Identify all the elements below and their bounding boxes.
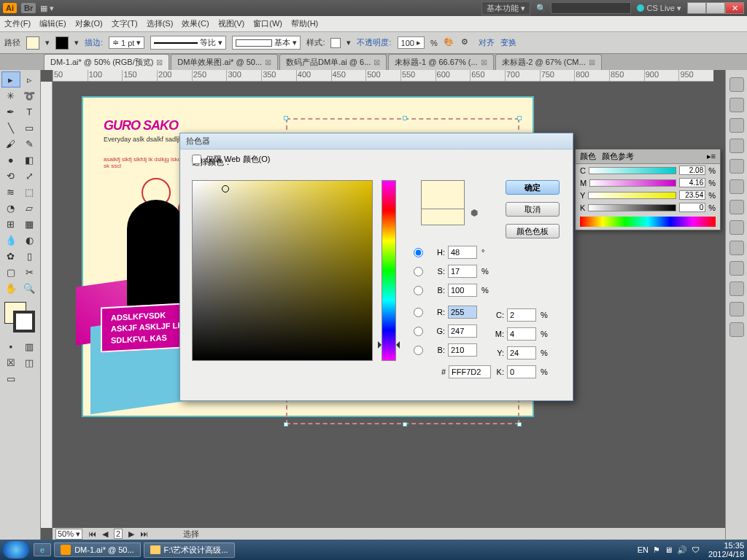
panel-icon[interactable] xyxy=(729,98,744,112)
document-tab[interactable]: 未标题-2 @ 67% (CM...⊠ xyxy=(495,54,602,70)
symbol-sprayer-tool[interactable]: ✿ xyxy=(1,248,20,264)
color-mode-icon[interactable]: ▪ xyxy=(1,338,20,354)
panel-icon[interactable] xyxy=(729,302,744,316)
stroke-dropdown-icon[interactable]: ▾ xyxy=(74,38,79,47)
eyedropper-tool[interactable]: 💧 xyxy=(1,232,20,248)
saturation-value-field[interactable] xyxy=(192,180,373,361)
black-input[interactable] xyxy=(507,365,536,378)
document-tab[interactable]: 数码产品DM单.ai @ 6...⊠ xyxy=(279,54,387,70)
cyan-slider[interactable] xyxy=(589,167,676,174)
menu-help[interactable]: 帮助(H) xyxy=(291,18,318,29)
brightness-radio[interactable] xyxy=(414,286,423,295)
cancel-button[interactable]: 取消 xyxy=(506,202,560,217)
cyan-value[interactable]: 2.08 xyxy=(679,166,705,175)
artboard-nav-last-icon[interactable]: ⏭ xyxy=(140,529,148,538)
tray-icon[interactable]: ⚑ xyxy=(653,545,660,555)
recolor-icon[interactable]: 🎨 xyxy=(444,37,455,49)
fill-swatch[interactable] xyxy=(26,36,39,50)
panel-menu-icon[interactable]: ▸≡ xyxy=(707,152,716,161)
brightness-input[interactable] xyxy=(448,284,477,297)
tray-icon[interactable]: 🖥 xyxy=(665,545,673,554)
blob-brush-tool[interactable]: ● xyxy=(1,152,20,168)
system-tray[interactable]: EN ⚑ 🖥 🔊 🛡 15:35 2012/4/18 xyxy=(638,541,744,559)
color-swatches-button[interactable]: 颜色色板 xyxy=(506,224,560,238)
width-tool[interactable]: ≋ xyxy=(1,184,20,200)
stroke-profile-combo[interactable]: 等比▾ xyxy=(150,36,226,50)
transform-link[interactable]: 变换 xyxy=(500,37,516,48)
tab-close-icon[interactable]: ⊠ xyxy=(374,58,380,67)
color-guide-tab[interactable]: 颜色参考 xyxy=(602,151,634,162)
style-swatch[interactable] xyxy=(330,38,341,48)
zoom-combo[interactable]: 50% ▾ xyxy=(55,529,82,540)
start-button[interactable] xyxy=(3,541,29,559)
cyan-input[interactable] xyxy=(507,308,536,322)
blue-radio[interactable] xyxy=(414,346,423,355)
graph-tool[interactable]: ▯ xyxy=(20,248,39,264)
panel-icon[interactable] xyxy=(729,261,744,276)
close-button[interactable]: ✕ xyxy=(725,2,744,14)
color-panel-tab[interactable]: 颜色 xyxy=(580,151,596,162)
red-radio[interactable] xyxy=(414,308,423,317)
align-link[interactable]: 对齐 xyxy=(479,37,495,48)
document-tab[interactable]: 未标题-1 @ 66.67% (...⊠ xyxy=(388,54,493,70)
stroke-weight-combo[interactable]: ≑1 pt▾ xyxy=(109,36,144,49)
panel-icon[interactable] xyxy=(729,322,744,337)
menu-type[interactable]: 文字(T) xyxy=(112,18,138,29)
opacity-label[interactable]: 不透明度: xyxy=(357,37,391,48)
type-tool[interactable]: T xyxy=(20,104,39,120)
menu-file[interactable]: 文件(F) xyxy=(4,18,31,29)
black-slider[interactable] xyxy=(588,204,676,211)
yellow-slider[interactable] xyxy=(588,192,676,199)
gradient-mode-icon[interactable]: ▥ xyxy=(20,338,39,354)
ok-button[interactable]: 确定 xyxy=(506,180,560,195)
tray-icon[interactable]: 🔊 xyxy=(677,545,687,555)
draw-mode-icon[interactable]: ◫ xyxy=(20,354,39,370)
panel-icon[interactable] xyxy=(729,281,744,296)
out-of-gamut-icon[interactable]: ⬢ xyxy=(471,208,478,218)
menu-window[interactable]: 窗口(W) xyxy=(253,18,282,29)
artboard-nav-next-icon[interactable]: ▶ xyxy=(128,529,134,539)
artboard-number[interactable]: 2 xyxy=(114,529,123,539)
layout-icon[interactable]: ▦ ▾ xyxy=(40,4,54,13)
yellow-input[interactable] xyxy=(507,346,536,359)
hue-radio[interactable] xyxy=(414,248,423,257)
cslive-button[interactable]: CS Live ▾ xyxy=(637,4,681,13)
red-input[interactable] xyxy=(448,306,477,319)
black-value[interactable]: 0 xyxy=(679,203,705,212)
paintbrush-tool[interactable]: 🖌 xyxy=(1,136,20,152)
color-cursor[interactable] xyxy=(222,185,229,192)
magenta-input[interactable] xyxy=(507,327,536,341)
artboard-tool[interactable]: ▢ xyxy=(1,264,20,280)
hue-input[interactable] xyxy=(448,246,477,259)
panel-icon[interactable] xyxy=(729,241,744,255)
web-only-checkbox[interactable] xyxy=(192,155,201,164)
pen-tool[interactable]: ✒ xyxy=(1,104,20,120)
menu-effect[interactable]: 效果(C) xyxy=(182,18,209,29)
fill-stroke-control[interactable] xyxy=(1,299,39,337)
panel-icon[interactable] xyxy=(729,139,744,153)
prefs-icon[interactable]: ⚙ xyxy=(461,37,473,49)
taskbar-item-ie[interactable]: e xyxy=(34,543,51,556)
tab-close-icon[interactable]: ⊠ xyxy=(481,58,487,67)
saturation-radio[interactable] xyxy=(414,267,423,276)
perspective-tool[interactable]: ▱ xyxy=(20,200,39,216)
panel-icon[interactable] xyxy=(729,159,744,174)
pencil-tool[interactable]: ✎ xyxy=(20,136,39,152)
menu-object[interactable]: 对象(O) xyxy=(75,18,103,29)
bridge-icon[interactable]: Br xyxy=(21,3,36,13)
none-mode-icon[interactable]: ☒ xyxy=(1,354,20,370)
fill-dropdown-icon[interactable]: ▾ xyxy=(45,38,50,47)
tray-icon[interactable]: 🛡 xyxy=(692,545,700,554)
style-dropdown-icon[interactable]: ▾ xyxy=(347,38,351,47)
stroke-swatch[interactable] xyxy=(55,36,69,50)
taskbar-item-explorer[interactable]: F:\艺术设计高级... xyxy=(144,542,235,558)
panel-icon[interactable] xyxy=(729,77,744,92)
hue-slider[interactable] xyxy=(382,180,396,361)
rectangle-tool[interactable]: ▭ xyxy=(20,120,39,136)
menu-view[interactable]: 视图(V) xyxy=(218,18,245,29)
slice-tool[interactable]: ✂ xyxy=(20,264,39,280)
lasso-tool[interactable]: ➰ xyxy=(20,88,39,104)
document-tab[interactable]: DM单效果图.ai* @ 50...⊠ xyxy=(171,54,278,70)
artboard-nav-first-icon[interactable]: ⏮ xyxy=(88,529,96,538)
maximize-button[interactable]: □ xyxy=(706,2,725,14)
